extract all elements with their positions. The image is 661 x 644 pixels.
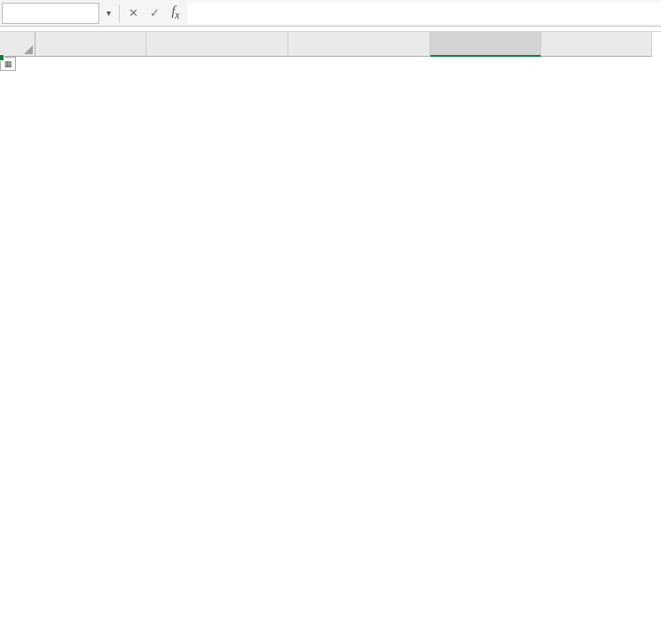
col-header-C[interactable] xyxy=(288,32,430,57)
col-header-D[interactable] xyxy=(430,32,541,57)
col-header-E[interactable] xyxy=(541,32,652,57)
name-box-dropdown-icon[interactable]: ▾ xyxy=(101,3,115,24)
col-header-B[interactable] xyxy=(146,32,288,57)
formula-bar: ▾ ✕ ✓ fx xyxy=(0,0,661,27)
spreadsheet-grid: ▦ xyxy=(0,32,661,57)
autofill-options-icon[interactable]: ▦ xyxy=(0,57,16,71)
column-headers-row xyxy=(0,32,661,57)
formula-input[interactable] xyxy=(187,3,661,24)
cancel-icon[interactable]: ✕ xyxy=(123,3,143,24)
fx-icon[interactable]: fx xyxy=(166,3,185,24)
col-header-A[interactable] xyxy=(35,32,146,57)
confirm-icon[interactable]: ✓ xyxy=(145,3,164,24)
name-box[interactable] xyxy=(2,3,99,24)
separator xyxy=(119,4,120,22)
select-all-corner[interactable] xyxy=(0,32,35,57)
